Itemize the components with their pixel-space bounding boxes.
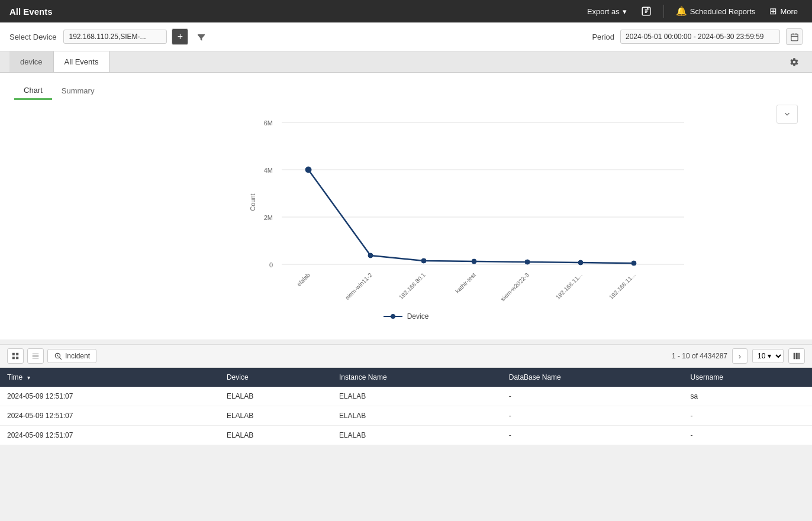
page-title: All Events bbox=[9, 7, 53, 17]
scheduled-reports-button[interactable]: 🔔 Scheduled Reports bbox=[671, 4, 761, 19]
tab-all-events[interactable]: All Events bbox=[54, 51, 110, 72]
col-device[interactable]: Device bbox=[220, 368, 332, 387]
period-input[interactable] bbox=[620, 30, 780, 44]
cell-device: ELALAB bbox=[220, 406, 332, 426]
col-time[interactable]: Time ▾ bbox=[0, 368, 220, 387]
tab-device[interactable]: device bbox=[9, 51, 54, 72]
chart-tab-chart[interactable]: Chart bbox=[14, 82, 52, 100]
more-icon: ⊞ bbox=[769, 6, 777, 17]
cell-time: 2024-05-09 12:51:07 bbox=[0, 426, 220, 445]
chart-expand-button[interactable] bbox=[776, 105, 798, 124]
col-database-name[interactable]: DataBase Name bbox=[502, 368, 684, 387]
table-row: 2024-05-09 12:51:07 ELALAB ELALAB - - bbox=[0, 406, 812, 426]
svg-text:0: 0 bbox=[269, 261, 273, 268]
more-button[interactable]: ⊞ More bbox=[765, 4, 803, 19]
export-label: Export as bbox=[587, 7, 620, 16]
sort-icon-time: ▾ bbox=[27, 374, 30, 381]
cell-device: ELALAB bbox=[220, 387, 332, 406]
cell-username: - bbox=[684, 406, 812, 426]
tabs-row: device All Events bbox=[0, 51, 812, 73]
cell-time: 2024-05-09 12:51:07 bbox=[0, 406, 220, 426]
table-header-row: Time ▾ Device Instance Name DataBase Nam… bbox=[0, 368, 812, 387]
svg-text:kathir-test: kathir-test bbox=[454, 271, 477, 295]
next-page-button[interactable]: › bbox=[732, 348, 747, 364]
svg-rect-1 bbox=[791, 34, 797, 40]
toolbar-right: Period bbox=[592, 28, 803, 45]
chart-card: Chart Summary 6M 4M 2M 0 bbox=[0, 73, 812, 339]
svg-point-17 bbox=[631, 261, 636, 266]
filter-button[interactable] bbox=[193, 28, 210, 45]
alarm-icon: 🔔 bbox=[676, 6, 687, 17]
cell-time: 2024-05-09 12:51:07 bbox=[0, 387, 220, 406]
svg-text:Count: Count bbox=[249, 193, 256, 211]
bottom-toolbar: Incident 1 - 10 of 4434287 › 10 ▾ 25 50 bbox=[0, 344, 812, 368]
legend-label: Device bbox=[407, 312, 429, 321]
svg-point-13 bbox=[421, 258, 426, 263]
svg-text:192.168.11...: 192.168.11... bbox=[608, 271, 637, 300]
export-icon-button[interactable] bbox=[636, 4, 656, 19]
grid-view-button[interactable] bbox=[7, 348, 24, 364]
cell-database-name: - bbox=[502, 406, 684, 426]
col-instance-name[interactable]: Instance Name bbox=[332, 368, 502, 387]
calendar-button[interactable] bbox=[786, 28, 803, 45]
col-username[interactable]: Username bbox=[684, 368, 812, 387]
svg-text:4M: 4M bbox=[264, 167, 273, 174]
cell-instance-name: ELALAB bbox=[332, 387, 502, 406]
bottom-toolbar-left: Incident bbox=[7, 348, 96, 364]
svg-text:siem-win11-2: siem-win11-2 bbox=[344, 271, 373, 301]
columns-button[interactable] bbox=[788, 348, 805, 364]
chart-svg-container: 6M 4M 2M 0 Count bbox=[14, 105, 798, 308]
incident-label: Incident bbox=[65, 352, 90, 360]
cell-database-name: - bbox=[502, 387, 684, 406]
svg-point-15 bbox=[525, 260, 530, 264]
chart-tab-summary[interactable]: Summary bbox=[52, 83, 104, 100]
period-label: Period bbox=[592, 33, 614, 41]
cell-instance-name: ELALAB bbox=[332, 406, 502, 426]
scheduled-reports-label: Scheduled Reports bbox=[690, 7, 756, 16]
svg-text:2M: 2M bbox=[264, 214, 273, 221]
chart-area: 6M 4M 2M 0 Count bbox=[14, 105, 798, 321]
more-label: More bbox=[780, 7, 798, 16]
header-actions: Export as ▾ 🔔 Scheduled Reports ⊞ More bbox=[582, 4, 803, 19]
toolbar-left: Select Device + bbox=[9, 28, 210, 45]
pagination-info: 1 - 10 of 4434287 bbox=[672, 352, 727, 360]
header-separator bbox=[663, 5, 664, 18]
device-input[interactable] bbox=[63, 30, 167, 44]
data-table: Time ▾ Device Instance Name DataBase Nam… bbox=[0, 368, 812, 445]
svg-point-26 bbox=[391, 314, 395, 319]
svg-point-11 bbox=[305, 167, 311, 173]
chart-tabs: Chart Summary bbox=[14, 82, 798, 100]
svg-point-14 bbox=[472, 259, 476, 264]
svg-point-12 bbox=[368, 253, 373, 258]
table-row: 2024-05-09 12:51:07 ELALAB ELALAB - - bbox=[0, 426, 812, 445]
chart-legend: Device bbox=[14, 312, 798, 321]
svg-text:siem-w2022-3: siem-w2022-3 bbox=[500, 271, 530, 302]
page-header: All Events Export as ▾ 🔔 Scheduled Repor… bbox=[0, 0, 812, 22]
svg-text:6M: 6M bbox=[264, 119, 273, 127]
export-button[interactable]: Export as ▾ bbox=[582, 5, 631, 18]
bottom-toolbar-right: 1 - 10 of 4434287 › 10 ▾ 25 50 bbox=[672, 348, 805, 364]
device-label: Select Device bbox=[9, 33, 56, 41]
export-chevron-icon: ▾ bbox=[623, 7, 627, 16]
cell-instance-name: ELALAB bbox=[332, 426, 502, 445]
add-device-button[interactable]: + bbox=[172, 28, 188, 45]
chart-section: Chart Summary 6M 4M 2M 0 bbox=[0, 73, 812, 330]
cell-username: - bbox=[684, 426, 812, 445]
main-tabs: device All Events bbox=[9, 51, 109, 72]
svg-text:192.168.80.1: 192.168.80.1 bbox=[398, 271, 427, 300]
settings-icon-button[interactable] bbox=[786, 54, 803, 70]
cell-username: sa bbox=[684, 387, 812, 406]
svg-text:192.168.11...: 192.168.11... bbox=[555, 271, 584, 300]
per-page-select[interactable]: 10 ▾ 25 50 bbox=[752, 349, 784, 363]
incident-button[interactable]: Incident bbox=[47, 349, 96, 363]
svg-point-16 bbox=[578, 260, 583, 265]
cell-database-name: - bbox=[502, 426, 684, 445]
list-view-button[interactable] bbox=[27, 348, 44, 364]
cell-device: ELALAB bbox=[220, 426, 332, 445]
table-row: 2024-05-09 12:51:07 ELALAB ELALAB - sa bbox=[0, 387, 812, 406]
svg-text:elalab: elalab bbox=[295, 271, 311, 287]
svg-line-28 bbox=[60, 358, 62, 360]
main-toolbar: Select Device + Period bbox=[0, 22, 812, 51]
